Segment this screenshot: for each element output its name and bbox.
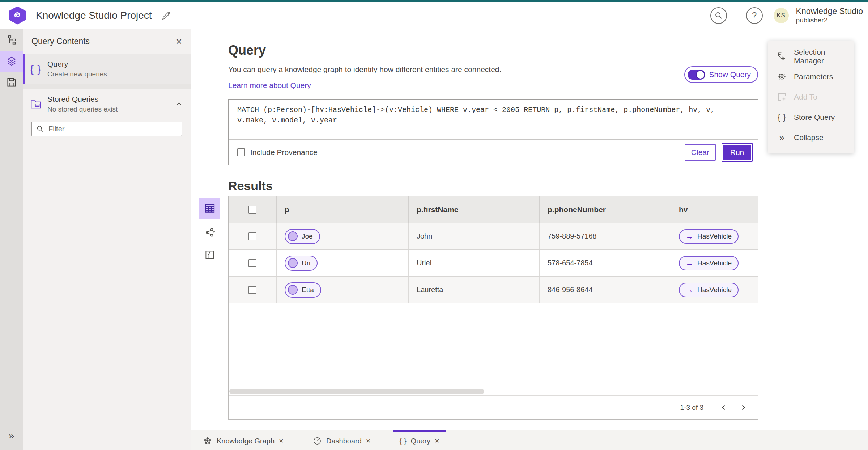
relationship-cell: →HasVehicle <box>671 223 758 249</box>
toggle-switch-on <box>688 70 705 80</box>
search-icon <box>36 125 44 133</box>
entity-node-icon <box>288 231 298 241</box>
app-root: Knowledge Studio Project ? KS Knowledge … <box>0 0 868 450</box>
chevron-left-icon <box>720 404 728 412</box>
filter-input[interactable] <box>48 125 177 134</box>
row-select-cell <box>229 277 276 303</box>
collapse-panel-button[interactable]: » Collapse <box>768 127 854 148</box>
relationship-chip[interactable]: →HasVehicle <box>679 256 739 270</box>
edit-title-button[interactable] <box>161 10 171 21</box>
selection-manager-button[interactable]: Selection Manager <box>768 46 854 67</box>
filter-field <box>31 122 182 136</box>
entity-node-icon <box>288 258 298 268</box>
table-header-row: p p.firstName p.phoneNumber hv <box>229 196 758 223</box>
panel-header: Query Contents × <box>23 29 191 54</box>
row-checkbox[interactable] <box>248 232 256 240</box>
phonenumber-cell: 578-654-7854 <box>539 250 671 276</box>
panel-item-stored-queries[interactable]: Stored Queries No stored queries exist <box>23 89 191 119</box>
store-query-button[interactable]: { } Store Query <box>768 107 854 127</box>
run-button[interactable]: Run <box>722 143 753 162</box>
phonenumber-cell: 759-889-57168 <box>539 223 671 249</box>
relationship-chip[interactable]: →HasVehicle <box>679 283 739 297</box>
braces-icon: { } <box>30 63 47 75</box>
close-tab-button[interactable]: × <box>279 437 284 445</box>
query-item-text: Query Create new queries <box>47 60 107 78</box>
arrow-right-icon: → <box>686 232 693 240</box>
previous-page-button[interactable] <box>716 400 732 416</box>
query-item-title: Query <box>47 60 107 68</box>
query-text-editor[interactable]: MATCH (p:Person)-[hv:HasVehicle]->(v:Veh… <box>229 100 758 139</box>
rail-item-layers[interactable] <box>0 51 23 72</box>
braces-icon: { } <box>776 113 787 122</box>
add-to-button: Add To <box>768 87 854 107</box>
user-avatar[interactable]: KS <box>774 8 789 23</box>
table-view-button[interactable] <box>199 198 220 219</box>
relationship-label: HasVehicle <box>697 232 732 240</box>
search-button[interactable] <box>710 7 727 24</box>
rail-item-data-model[interactable] <box>0 30 23 51</box>
selection-manager-label: Selection Manager <box>794 48 845 65</box>
panel-title: Query Contents <box>31 37 176 46</box>
next-page-button[interactable] <box>735 400 751 416</box>
show-query-toggle[interactable]: Show Query <box>684 66 758 83</box>
stored-queries-subtitle: No stored queries exist <box>47 105 118 113</box>
column-header-hv[interactable]: hv <box>671 196 758 223</box>
row-checkbox[interactable] <box>248 286 256 294</box>
header-actions: ? KS Knowledge Studio publisher2 <box>710 2 868 29</box>
column-header-p[interactable]: p <box>276 196 408 223</box>
clear-button[interactable]: Clear <box>685 144 716 161</box>
link-chart-icon <box>204 227 215 238</box>
knowledge-graph-icon <box>203 436 212 446</box>
collapse-section-button[interactable] <box>175 100 183 108</box>
entity-label: Etta <box>302 286 314 294</box>
graph-view-button[interactable] <box>199 222 220 243</box>
tab-label: Dashboard <box>326 437 362 445</box>
tab-query[interactable]: { } Query × <box>393 430 446 450</box>
tab-dashboard[interactable]: Dashboard × <box>306 430 377 450</box>
parameters-label: Parameters <box>794 72 833 81</box>
store-query-label: Store Query <box>794 113 835 122</box>
panel-close-button[interactable]: × <box>176 37 182 47</box>
table-row: Joe John 759-889-57168 →HasVehicle <box>229 223 758 250</box>
phonenumber-cell: 846-956-8644 <box>539 277 671 303</box>
entity-label: Joe <box>302 232 313 240</box>
column-header-phonenumber[interactable]: p.phoneNumber <box>539 196 671 223</box>
help-icon: ? <box>752 10 757 21</box>
panel-item-query[interactable]: { } Query Create new queries <box>23 54 191 84</box>
select-all-checkbox[interactable] <box>248 206 256 214</box>
collapse-label: Collapse <box>794 133 824 142</box>
relationship-chip[interactable]: →HasVehicle <box>679 229 739 244</box>
learn-more-link[interactable]: Learn more about Query <box>228 81 311 90</box>
entity-node-icon <box>288 285 298 295</box>
close-tab-button[interactable]: × <box>366 437 371 445</box>
parameters-button[interactable]: Parameters <box>768 67 854 87</box>
dashboard-gauge-icon <box>312 436 322 446</box>
entity-cell: Uri <box>276 250 408 276</box>
rail-item-save[interactable] <box>0 72 23 93</box>
map-icon <box>204 249 215 260</box>
main-content: Query You can query a knowledge graph to… <box>191 29 868 430</box>
stored-queries-title: Stored Queries <box>47 95 118 104</box>
project-title: Knowledge Studio Project <box>36 10 152 21</box>
row-select-cell <box>229 223 276 249</box>
toggle-knob <box>696 70 705 79</box>
entity-chip[interactable]: Etta <box>285 282 321 298</box>
relationship-label: HasVehicle <box>697 286 732 294</box>
map-view-button[interactable] <box>199 244 220 265</box>
entity-chip[interactable]: Uri <box>285 256 318 271</box>
close-tab-button[interactable]: × <box>435 437 439 445</box>
horizontal-scrollbar-thumb[interactable] <box>229 389 484 394</box>
panel-divider <box>23 146 191 146</box>
expand-rail-button[interactable]: » <box>0 431 23 441</box>
user-name: publisher2 <box>796 16 863 24</box>
include-provenance-checkbox[interactable] <box>237 148 245 156</box>
header-divider <box>737 2 737 29</box>
row-checkbox[interactable] <box>248 259 256 267</box>
entity-chip[interactable]: Joe <box>285 229 320 244</box>
app-header: Knowledge Studio Project ? KS Knowledge … <box>0 2 868 29</box>
braces-icon: { } <box>400 437 407 445</box>
pagination-range-label: 1-3 of 3 <box>680 404 703 412</box>
tab-knowledge-graph[interactable]: Knowledge Graph × <box>196 430 290 450</box>
help-button[interactable]: ? <box>746 7 763 24</box>
column-header-firstname[interactable]: p.firstName <box>408 196 539 223</box>
